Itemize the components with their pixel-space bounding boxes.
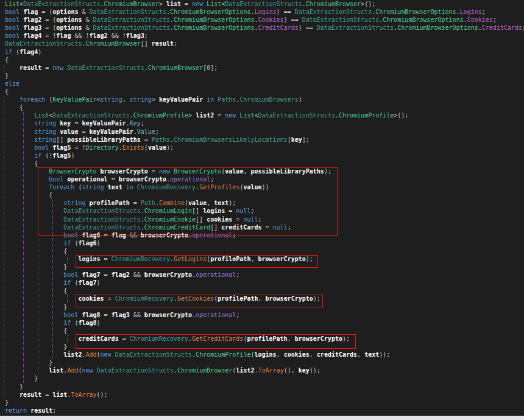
code-line: if (!flag5) (5, 152, 524, 159)
code-line: bool flag4 = !flag && !flag2 && !flag3; (5, 32, 524, 40)
code-line: bool flag5 = !Directory.Exists(value); (5, 144, 524, 152)
code-line: bool flag7 = flag2 && browserCrypto.oper… (5, 271, 524, 279)
code-line: } (5, 359, 524, 366)
code-line: foreach (KeyValuePair<string, string> ke… (5, 96, 524, 103)
code-line: if (flag6) (5, 239, 524, 247)
code-line: { (5, 247, 524, 255)
code-line: { (5, 103, 524, 111)
code-line: bool flag2 = (options & DataExtractionSt… (5, 16, 524, 24)
code-line: } (5, 383, 524, 391)
annotation-box (76, 334, 356, 349)
code-line: { (5, 159, 524, 167)
code-line: if (flag8) (5, 319, 524, 327)
code-line: { (5, 88, 524, 96)
code-line: else (5, 80, 524, 88)
code-line: list.Add(new DataExtractionStructs.Chrom… (5, 366, 524, 374)
code-line: bool flag3 = (options & DataExtractionSt… (5, 24, 524, 32)
annotation-box (76, 255, 318, 268)
code-line: } (5, 72, 524, 80)
code-line: if (flag7) (5, 279, 524, 287)
code-line: list2.Add(new DataExtractionStructs.Chro… (5, 351, 524, 359)
code-line: } (5, 374, 524, 382)
code-line: List<DataExtractionStructs.ChromiumProfi… (5, 111, 524, 119)
code-line: string value = keyValuePair.Value; (5, 128, 524, 136)
code-line: { (5, 327, 524, 335)
code-line: List<DataExtractionStructs.ChromiumBrows… (5, 0, 524, 8)
code-line: { (5, 287, 524, 295)
annotation-box (38, 167, 338, 236)
code-line: bool flag8 = flag3 && browserCrypto.oper… (5, 311, 524, 319)
code-line: string[] possibleLibraryPaths = Paths.Ch… (5, 136, 524, 144)
horizontal-scrollbar[interactable] (0, 416, 524, 420)
annotation-box (76, 295, 323, 307)
code-line: if (flag4) (5, 48, 524, 56)
code-line: bool flag = (options & DataExtractionStr… (5, 8, 524, 16)
code-line: { (5, 56, 524, 64)
code-line: return result; (5, 407, 524, 415)
code-line: string key = keyValuePair.Key; (5, 119, 524, 127)
decompiler-window: List<DataExtractionStructs.ChromiumBrows… (0, 0, 524, 420)
code-line: result = list.ToArray(); (5, 391, 524, 399)
conditional-scope-guide (4, 96, 4, 399)
code-line: DataExtractionStructs.ChromiumBrowser[] … (5, 40, 524, 47)
code-line: } (5, 399, 524, 407)
scrollbar-thumb[interactable] (0, 416, 524, 420)
code-line: result = new DataExtractionStructs.Chrom… (5, 64, 524, 72)
conditional-scope-guide (4, 64, 4, 72)
